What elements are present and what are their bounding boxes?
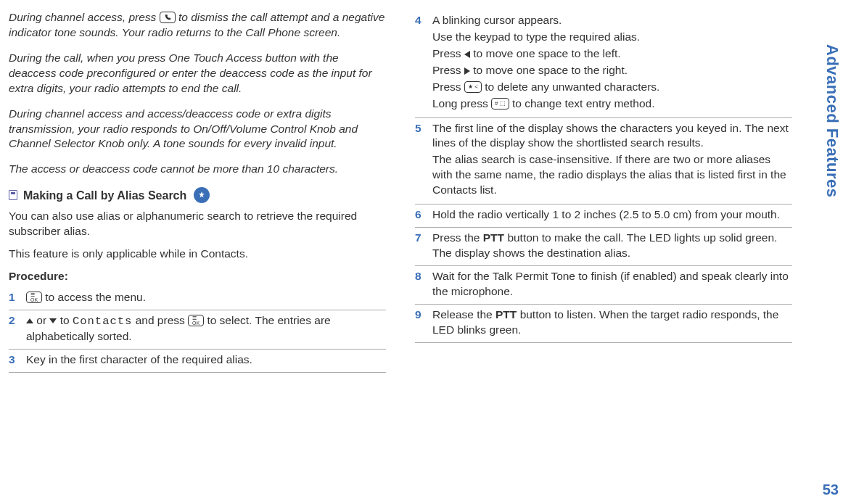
procedure-step: 2 or to Contacts and press ☰OK to select… [9,310,386,350]
left-arrow-icon [464,51,470,58]
page-number: 53 [823,482,839,498]
step-body: or to Contacts and press ☰OK to select. … [26,313,386,344]
side-tab-label: Advanced Features [823,44,842,197]
procedure-step: 1 ☰OK to access the menu. [9,287,386,310]
step-9a: Release the [432,308,495,321]
step-4-line-2: Use the keypad to type the required alia… [432,30,792,45]
step-4-line-6a: Long press [432,97,491,110]
procedure-step: 3 Key in the first character of the requ… [9,350,386,373]
note-paragraph-4: The access or deaccess code cannot be mo… [9,162,386,177]
section-marker-icon [9,190,17,200]
step-4-line-6b: to change text entry method. [512,97,654,110]
step-4-line-5: Press ★ < to delete any unwanted charact… [432,80,792,95]
step-4-line-4: Press to move one space to the right. [432,63,792,78]
ptt-label: PTT [483,231,504,244]
up-arrow-icon [26,318,33,323]
note-paragraph-2: During the call, when you press One Touc… [9,51,386,96]
ptt-label: PTT [495,308,517,321]
step-body: Key in the first character of the requir… [26,352,386,368]
step-2b: to [60,314,73,326]
star-key-icon: ★ < [464,81,482,93]
two-column-layout: During channel access, press to dismiss … [9,9,821,473]
procedure-step: 8 Wait for the Talk Permit Tone to finis… [415,266,792,305]
right-column: 4 A blinking cursor appears. Use the key… [415,9,792,473]
right-arrow-icon [464,67,470,75]
step-2c: and press [136,314,188,326]
manual-page: During channel access, press to dismiss … [0,0,843,504]
contacts-menu-label: Contacts [73,315,132,328]
step-4-line-3: Press to move one space to the left. [432,46,792,62]
step-4-line-4a: Press [432,64,464,76]
step-number: 7 [415,231,425,246]
hash-key-icon: # ⬚ [491,98,509,110]
procedure-step: 9 Release the PTT button to listen. When… [415,305,792,343]
section-heading: Making a Call by Alias Search [9,187,386,203]
procedure-step: 5 The first line of the display shows th… [415,118,792,205]
left-column: During channel access, press to dismiss … [9,9,386,473]
step-body: A blinking cursor appears. Use the keypa… [432,13,792,113]
step-5-line-2: The alias search is case-insensitive. If… [432,152,792,198]
step-number: 8 [415,269,425,284]
down-arrow-icon [49,318,57,323]
intro-paragraph-2: This feature is only applicable while in… [9,247,386,262]
phone-key-icon [160,12,176,23]
ok-key-icon: ☰OK [188,315,204,326]
step-4-line-1: A blinking cursor appears. [432,13,792,28]
procedure-step: 7 Press the PTT button to make the call.… [415,228,792,266]
intro-paragraph-1: You can also use alias or alphanumeric s… [9,209,386,239]
step-body: Wait for the Talk Permit Tone to finish … [432,269,792,299]
step-4-line-3a: Press [432,47,464,59]
note-paragraph-3: During channel access and access/deacces… [9,107,386,152]
step-number: 2 [9,313,19,329]
step-number: 5 [415,121,425,136]
step-4-line-6: Long press # ⬚ to change text entry meth… [432,96,792,112]
step-body: ☰OK to access the menu. [26,290,386,305]
note-paragraph-1: During channel access, press to dismiss … [9,10,386,41]
step-1-text: to access the menu. [45,291,146,303]
side-section-tab: Advanced Features [821,9,843,234]
note-1a: During channel access, press [9,11,160,23]
step-4-line-5b: to delete any unwanted characters. [485,80,659,93]
procedure-step: 6 Hold the radio vertically 1 to 2 inche… [415,205,792,228]
step-number: 9 [415,307,425,323]
procedure-step: 4 A blinking cursor appears. Use the key… [415,10,792,118]
step-body: Release the PTT button to listen. When t… [432,307,792,338]
step-body: Press the PTT button to make the call. T… [432,231,792,261]
step-number: 6 [415,207,425,223]
step-5-line-1: The first line of the display shows the … [432,121,792,152]
step-2a: or [36,314,49,326]
step-number: 1 [9,290,19,305]
step-4-line-5a: Press [432,80,464,93]
section-title: Making a Call by Alias Search [23,188,186,204]
step-4-line-4b: to move one space to the right. [473,64,628,76]
procedure-label: Procedure: [9,269,386,284]
ok-key-icon: ☰OK [26,292,42,303]
step-body: The first line of the display shows the … [432,121,792,200]
feature-badge-icon [194,187,210,203]
step-number: 3 [9,352,19,368]
step-7a: Press the [432,231,483,244]
step-4-line-3b: to move one space to the left. [473,47,620,59]
step-body: Hold the radio vertically 1 to 2 inches … [432,207,792,223]
step-number: 4 [415,13,425,28]
